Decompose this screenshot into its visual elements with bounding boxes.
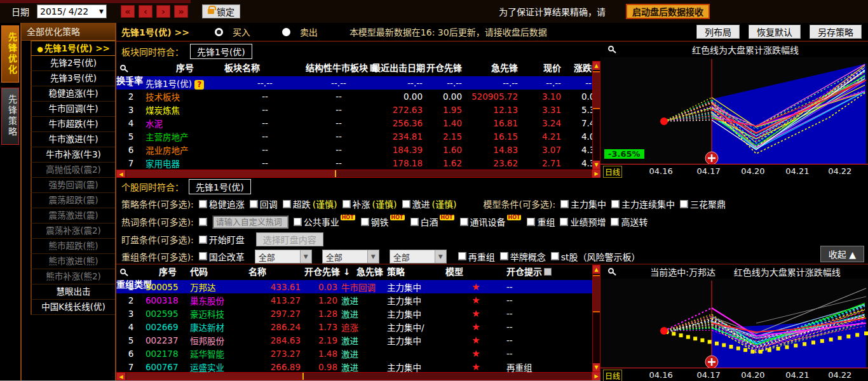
chart-zoom-icon[interactable] [608,268,614,274]
reorg-select-2[interactable]: 全部▼ [390,250,447,264]
reorg-option-0[interactable]: 再重组 [458,250,495,263]
date-picker[interactable]: 2015/ 4/22 ▼ [37,4,107,18]
hotword-option-1[interactable]: 钢铁HOT [361,215,405,228]
collapse-button[interactable]: 收起 ▲ [820,246,864,262]
buy-radio[interactable] [215,28,223,36]
stock-row-7[interactable]: 7600767运盛实业266.890.98激进主力集中★再重组 [116,360,592,373]
stock-row-1[interactable]: 1300055万邦达433.610.03牛市回调主力集中★-- [116,280,592,293]
stock-match-button[interactable]: 先锋1号(优) [189,179,251,194]
stock-row-2[interactable]: 2600318巢东股份413.271.20激进主力集中★-- [116,293,592,307]
board-hscrollbar[interactable]: ◀ [116,170,592,178]
strategy-option-1[interactable]: 回调 [250,197,278,210]
stock-col-header-2[interactable]: 名称 [248,265,304,277]
board-row-2[interactable]: 2技术板块----0.000.00520905.723.100.00 [116,90,592,103]
board-match-button[interactable]: 先锋1号(优) [190,44,252,59]
board-row-1[interactable]: 1先锋1号(优)?--.----.----.----.----.----.---… [116,76,592,90]
model-option-0[interactable]: 主力集中 [560,197,606,210]
reorg-select-0[interactable]: 全部▼ [255,250,312,264]
sell-radio[interactable] [282,28,290,36]
scroll-up-icon[interactable]: ▲ [593,62,600,70]
period-label[interactable]: 日线 [603,166,622,178]
stock-col-header-4[interactable]: 急先锋 [341,265,387,277]
sidebar-header[interactable]: 全部优化策略 [22,23,115,41]
board-row-7[interactable]: 7家用电器----178.181.6223.622.714.37 [116,156,592,170]
watch-start-checkbox[interactable]: 开始盯盘 [199,233,245,246]
scroll-down-icon[interactable]: ▼ [593,363,600,371]
board-vscrollbar[interactable]: ▲ ▼ [592,61,600,170]
board-col-header-0[interactable]: 序号 [146,61,224,74]
board-col-header-2[interactable]: 结构性牛市板块 [306,61,372,74]
strategy-option-2[interactable]: 超跌(谨慎) [283,197,337,210]
stock-vscrollbar[interactable]: ▲ ▼ [592,265,600,372]
scroll-left-icon[interactable]: ◀ [117,373,125,380]
reorg-soe-checkbox[interactable]: 国企改革 [199,250,245,263]
sidebar-item-17[interactable]: 中国K线长线(优) [31,300,115,315]
toolbar-button-0[interactable]: 列布局 [696,25,740,39]
hotword-option-0[interactable]: 公共事业HOT [294,215,356,228]
stock-row-3[interactable]: 3002595豪迈科技297.271.28激进主力集中★-- [116,307,592,320]
watch-content-button[interactable]: 选择盯盘内容 [256,232,323,246]
stock-col-header-7[interactable]: 开仓提示 [506,265,576,277]
scroll-right-icon[interactable]: ▶ [592,372,600,380]
reorg-option-1[interactable]: 举牌概念 [500,250,546,263]
help-icon[interactable]: ? [194,80,204,90]
hotword-option-3[interactable]: 通讯设备HOT [460,215,522,228]
stock-col-header-1[interactable]: 代码 [190,265,248,277]
hotword-option-4[interactable]: 重组 [527,215,555,228]
receive-data-button[interactable]: 启动盘后数据接收 [626,4,710,19]
sidebar-item-5[interactable]: 牛市超跌(牛) [31,117,115,132]
model-title[interactable]: 先锋1号(优) >> [121,25,189,38]
board-col-header-5[interactable]: 急先锋 [466,61,522,74]
stock-col-header-0[interactable]: 序号 [146,265,190,277]
toolbar-button-1[interactable]: 恢复默认 [749,25,801,39]
stock-col-header-3[interactable]: 开仓先锋 ↓ [304,265,341,277]
vtab-1[interactable]: 先锋策略 [1,88,19,145]
date-nav-button-1[interactable]: ‹ [139,5,153,18]
hotword-option-2[interactable]: 白酒HOT [410,215,455,228]
stock-row-6[interactable]: 6002178延华智能273.271.48激进★-- [116,347,592,360]
scroll-right-icon[interactable]: ▶ [592,170,600,178]
scroll-down-icon[interactable]: ▼ [593,161,600,169]
table-zoom-icon[interactable] [116,62,146,72]
board-row-3[interactable]: 3煤炭炼焦----272.631.9512.133.315.36 [116,103,592,116]
reorg-option-2[interactable]: st股（风险警示板） [551,250,641,263]
reorg-select-1[interactable]: 全部▼ [322,250,379,264]
table-zoom-icon[interactable] [116,266,146,276]
vtab-0[interactable]: 先锋优化 [1,25,19,83]
stock-hscrollbar[interactable]: ◀ [116,372,592,380]
board-col-header-4[interactable]: 开仓先锋 [426,61,466,74]
model-option-2[interactable]: 三花聚鼎 [680,197,726,210]
stock-col-header-5[interactable]: 策略 [387,265,445,277]
header-checkbox[interactable] [544,268,552,276]
board-row-4[interactable]: 4水泥----256.361.4016.813.247.44 [116,116,592,130]
sidebar-item-3[interactable]: 稳健追涨(牛) [31,86,115,102]
stock-row-5[interactable]: 5002237恒邦股份284.632.19激进主力集中★-- [116,333,592,347]
sidebar-item-0[interactable]: ●先锋1号(优) >> [31,41,115,56]
board-col-header-3[interactable]: 最近出击日期 [372,61,426,74]
lock-button[interactable]: 锁定 [202,4,240,18]
strategy-option-4[interactable]: 激进(谨慎) [402,197,457,210]
stock-col-header-6[interactable]: 模型 [445,265,506,277]
board-row-6[interactable]: 6混业房地产----184.391.6014.833.074.38 [116,143,592,156]
hotword-option-6[interactable]: 高送转 [611,215,648,228]
sidebar-item-7[interactable]: 牛市补涨(牛3) [31,147,115,163]
sidebar-item-2[interactable]: 先锋3号(优) [31,71,115,86]
hotword-input[interactable] [212,215,288,229]
period-label[interactable]: 日线 [603,370,622,381]
date-nav-button-2[interactable]: › [156,5,170,18]
board-col-header-1[interactable]: 板块名称 [224,61,306,74]
hotword-custom-checkbox[interactable] [199,218,207,226]
toolbar-button-2[interactable]: 另存策略 [810,25,862,39]
scroll-left-icon[interactable]: ◀ [117,170,125,177]
board-col-header-6[interactable]: 现价 [522,61,565,74]
sidebar-item-6[interactable]: 牛市激进(牛) [31,132,115,147]
model-option-1[interactable]: 主力连续集中 [611,197,675,210]
sidebar-item-16[interactable]: 慧眼出击 [31,284,115,300]
date-nav-button-3[interactable]: » [174,5,188,18]
strategy-option-0[interactable]: 稳健追涨 [199,197,245,210]
chart-zoom-icon[interactable] [608,46,614,51]
scroll-up-icon[interactable]: ▲ [593,265,600,274]
sidebar-item-4[interactable]: 牛市回调(牛) [31,102,115,117]
stock-row-4[interactable]: 4002669康达新材286.241.73追涨主力集中/★-- [116,320,592,333]
strategy-option-3[interactable]: 补涨(谨慎) [342,197,397,210]
